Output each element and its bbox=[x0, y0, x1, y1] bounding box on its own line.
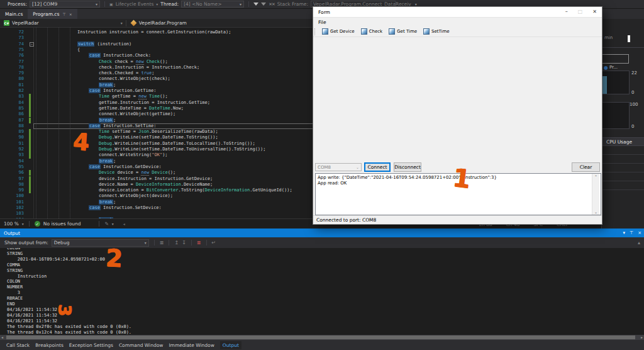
issues-status[interactable]: No issues found bbox=[43, 221, 81, 227]
suggestion-icon[interactable]: ✎ bbox=[104, 221, 108, 227]
toolbar-button-label: SetTime bbox=[431, 29, 450, 34]
scroll-up-icon[interactable]: ⌃ bbox=[594, 174, 597, 179]
toolbar-button-settime[interactable]: SetTime bbox=[421, 28, 452, 35]
output-toolbar: Show output from: Debug ▾ ≣ ↥ ↧ ≣ ↵ ▴ bbox=[0, 237, 644, 248]
code-text: check.Checked = true; bbox=[36, 71, 155, 76]
close-icon[interactable]: ✕ bbox=[592, 9, 597, 14]
previous-message-icon[interactable]: ↥ bbox=[174, 240, 179, 246]
scroll-right-icon[interactable]: ▸ bbox=[641, 335, 643, 340]
window-position-icon[interactable]: ▾ bbox=[623, 230, 626, 235]
close-icon[interactable]: × bbox=[638, 230, 641, 235]
panel-tab-output[interactable]: Output bbox=[220, 341, 242, 349]
show-output-from-label: Show output from: bbox=[4, 240, 48, 246]
timeline-marker[interactable] bbox=[628, 35, 630, 42]
toolbar-button-get-time[interactable]: Get Time bbox=[386, 28, 419, 35]
connect-button[interactable]: Connect bbox=[364, 162, 391, 172]
menu-file[interactable]: File bbox=[318, 20, 326, 25]
code-text: break; bbox=[36, 159, 116, 164]
line-number: 79 bbox=[9, 71, 24, 76]
breadcrumb-member[interactable]: VepelRadar.Program bbox=[139, 20, 187, 26]
chevron-down-icon[interactable]: ▾ bbox=[121, 21, 123, 25]
minimize-icon[interactable]: – bbox=[565, 9, 568, 14]
change-bar bbox=[29, 182, 31, 188]
output-line: RBRACE bbox=[7, 296, 644, 302]
line-number: 102 bbox=[9, 205, 24, 211]
output-horizontal-scrollbar[interactable]: ◂ ▸ bbox=[0, 335, 644, 340]
port-value: COM8 bbox=[318, 165, 331, 170]
word-wrap-icon[interactable]: ↵ bbox=[212, 240, 216, 246]
pin-icon[interactable]: ⊤ bbox=[630, 230, 633, 235]
filter-disabled-icon[interactable] bbox=[261, 3, 266, 6]
scroll-left-icon[interactable]: ◂ bbox=[123, 222, 125, 226]
change-bar bbox=[29, 106, 31, 111]
toolbar-grip[interactable] bbox=[314, 28, 316, 35]
panel-tab-command-window[interactable]: Command Window bbox=[119, 342, 164, 348]
panel-tab-breakpoints[interactable]: Breakpoints bbox=[35, 342, 64, 348]
health-check-icon: ✓ bbox=[35, 221, 40, 227]
cpu-chart[interactable] bbox=[602, 102, 630, 129]
output-content[interactable]: COLONSTRING 2021-04-16T09:54:24.0598721+… bbox=[0, 248, 644, 335]
form-titlebar[interactable]: Form – □ ✕ bbox=[313, 7, 602, 18]
toolbar-button-label: Check bbox=[369, 29, 383, 34]
change-bar bbox=[29, 100, 31, 106]
toolbar-button-check[interactable]: Check bbox=[358, 28, 386, 35]
output-line: 2021-04-16T09:54:24.0598721+02:00 bbox=[7, 257, 644, 262]
toolbar-overflow-icon[interactable]: ▴ bbox=[638, 240, 640, 246]
chevron-down-icon[interactable]: ▾ bbox=[22, 222, 24, 226]
code-text: Debug.WriteLine(setTime.DateTime.ToLocal… bbox=[36, 141, 255, 147]
chevron-down-icon: ▾ bbox=[156, 2, 158, 6]
scroll-down-icon[interactable]: ⌄ bbox=[594, 210, 597, 214]
next-message-icon[interactable]: ↧ bbox=[182, 240, 186, 246]
close-icon[interactable]: × bbox=[69, 12, 72, 16]
annotation-2: 2 bbox=[105, 244, 123, 272]
fold-collapse-icon[interactable]: − bbox=[30, 42, 34, 47]
scroll-left-icon[interactable]: ◂ bbox=[1, 335, 3, 340]
grid-row-line bbox=[602, 154, 644, 155]
process-dropdown[interactable]: [12] COM9 ▾ bbox=[30, 1, 100, 8]
change-bar bbox=[29, 147, 31, 152]
output-line: STRING bbox=[7, 268, 644, 274]
code-text: Time setTime = Json.DeserializeTime(rawD… bbox=[36, 129, 218, 135]
disconnect-button[interactable]: Disconnect bbox=[394, 162, 421, 172]
clear-button[interactable]: Clear bbox=[572, 162, 600, 172]
output-line: NUMBER bbox=[7, 285, 644, 290]
memory-chart[interactable] bbox=[602, 71, 630, 94]
tab-program-cs[interactable]: Program.cs⊤× bbox=[28, 9, 77, 19]
flag-icons[interactable]: ✕✕ bbox=[269, 2, 275, 7]
memory-bar bbox=[602, 76, 607, 94]
output-line: 04/16/2021 11:54:32 bbox=[7, 307, 644, 313]
filter-icon[interactable] bbox=[253, 3, 258, 6]
zoom-level[interactable]: 100 % bbox=[4, 221, 19, 227]
vs-window: Process: [12] COM9 ▾ ▣ Lifecycle Events … bbox=[0, 0, 644, 350]
pin-icon[interactable]: ⊤ bbox=[62, 12, 65, 16]
output-source-dropdown[interactable]: Debug ▾ bbox=[52, 239, 149, 247]
breadcrumb-project[interactable]: VepelRadar bbox=[12, 20, 39, 26]
cpu-usage-header[interactable]: CPU Usage bbox=[602, 137, 644, 146]
toolbar-button-get-device[interactable]: Get Device bbox=[319, 28, 357, 35]
code-text: connect.WriteObject(check); bbox=[36, 76, 170, 82]
lifecycle-events-button[interactable]: Lifecycle Events bbox=[116, 1, 154, 7]
line-number: 97 bbox=[9, 176, 24, 182]
tab-main-cs[interactable]: Main.cs bbox=[0, 9, 28, 19]
divider bbox=[29, 221, 30, 227]
panel-tab-immediate-window[interactable]: Immediate Window bbox=[169, 342, 214, 348]
clear-all-icon[interactable]: ≣ bbox=[197, 240, 201, 246]
panel-tab-call-stack[interactable]: Call Stack bbox=[6, 342, 30, 348]
form-statusbar: Connected to port: COM8 bbox=[313, 215, 602, 224]
threads-in-source-icon[interactable]: ▣ bbox=[109, 2, 113, 6]
log-scrollbar[interactable]: ⌃ ⌄ bbox=[592, 174, 599, 215]
output-panel-titlebar[interactable]: Output ▾ ⊤ × bbox=[0, 229, 644, 237]
maximize-icon[interactable]: □ bbox=[578, 9, 583, 14]
chevron-down-icon[interactable]: ▾ bbox=[112, 222, 114, 226]
port-dropdown[interactable]: COM8 ⌄ bbox=[315, 163, 362, 171]
divider bbox=[248, 1, 249, 7]
process-value: [12] COM9 bbox=[32, 1, 57, 7]
code-text: break; bbox=[36, 118, 116, 123]
scrollbar-thumb[interactable] bbox=[6, 336, 635, 339]
thread-value: [4] <No Name> bbox=[184, 1, 221, 7]
find-message-icon[interactable]: ≣ bbox=[160, 240, 164, 246]
grid-row-line bbox=[602, 163, 644, 164]
panel-tab-exception-settings[interactable]: Exception Settings bbox=[69, 342, 113, 348]
process-label: Process: bbox=[8, 1, 27, 7]
thread-dropdown[interactable]: [4] <No Name> ▾ bbox=[181, 1, 244, 8]
